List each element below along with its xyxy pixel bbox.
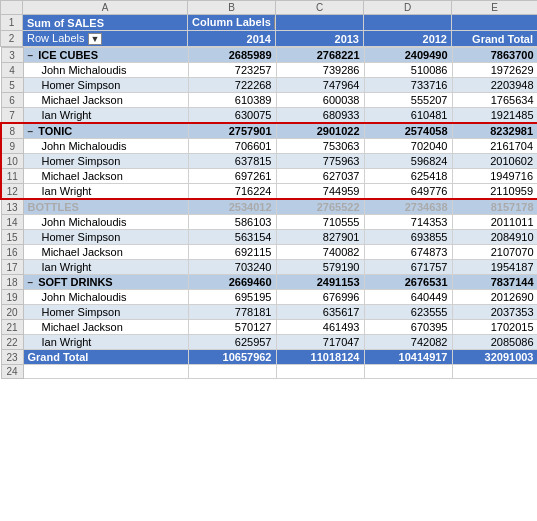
- row-label-cell: Ian Wright: [23, 335, 188, 350]
- label-text: TONIC: [38, 125, 72, 137]
- cell-total: 2161704: [452, 139, 537, 154]
- cell-total: 2085086: [452, 335, 537, 350]
- collapse-icon[interactable]: −: [28, 277, 37, 288]
- table-row: 7Ian Wright6300756809336104811921485: [1, 108, 537, 124]
- row-label-cell: Homer Simpson: [23, 305, 188, 320]
- cell-v2014: 570127: [188, 320, 276, 335]
- collapse-icon[interactable]: −: [28, 126, 37, 137]
- cell-v2012: 555207: [364, 93, 452, 108]
- cell-total: 1921485: [452, 108, 537, 124]
- cell-v2013: [276, 365, 364, 379]
- table-row: 19John Michaloudis6951956769966404492012…: [1, 290, 537, 305]
- cell-v2013: 2768221: [276, 48, 364, 63]
- cell-v2012: 610481: [364, 108, 452, 124]
- label-text: SOFT DRINKS: [38, 276, 113, 288]
- cell-v2014: 716224: [188, 184, 276, 200]
- cell-total: 2010602: [452, 154, 537, 169]
- row-label-cell: Homer Simpson: [23, 230, 188, 245]
- label-text: ICE CUBES: [38, 49, 98, 61]
- cell-v2013: 680933: [276, 108, 364, 124]
- cell-total: 2011011: [452, 215, 537, 230]
- row-num-23: 23: [1, 350, 23, 365]
- row-num-2: 2: [1, 31, 23, 47]
- cell-v2013: 11018124: [276, 350, 364, 365]
- cell-v2013: 744959: [276, 184, 364, 200]
- cell-v2013: 710555: [276, 215, 364, 230]
- corner-cell: [1, 1, 23, 15]
- label-text: Grand Total: [28, 351, 89, 363]
- row-num-20: 20: [1, 305, 23, 320]
- row-labels-cell[interactable]: Row Labels ▼: [23, 31, 188, 47]
- cell-v2013: 827901: [276, 230, 364, 245]
- cell-total: 1972629: [452, 63, 537, 78]
- row-num-22: 22: [1, 335, 23, 350]
- cell-total: 2012690: [452, 290, 537, 305]
- row1-d: [364, 15, 452, 31]
- row-label-cell: John Michaloudis: [23, 290, 188, 305]
- cell-v2014: [188, 365, 276, 379]
- cell-v2012: 10414917: [364, 350, 452, 365]
- cell-total: 7837144: [452, 275, 537, 290]
- cell-v2014: 703240: [188, 260, 276, 275]
- cell-v2013: 676996: [276, 290, 364, 305]
- row-num-7: 7: [1, 108, 23, 124]
- cell-v2012: 2409490: [364, 48, 452, 63]
- cell-v2014: 697261: [188, 169, 276, 184]
- row-num-14: 14: [1, 215, 23, 230]
- collapse-icon[interactable]: −: [28, 50, 37, 61]
- table-row: 3− ICE CUBES2685989276822124094907863700: [1, 48, 537, 63]
- table-row: 18− SOFT DRINKS2669460249115326765317837…: [1, 275, 537, 290]
- row-label-cell: Ian Wright: [23, 108, 188, 124]
- row-labels-text: Row Labels: [27, 32, 84, 44]
- cell-v2012: [364, 365, 452, 379]
- cell-v2012: 674873: [364, 245, 452, 260]
- cell-total: 2110959: [452, 184, 537, 200]
- cell-v2012: 596824: [364, 154, 452, 169]
- cell-total: [452, 365, 537, 379]
- cell-v2014: 2669460: [188, 275, 276, 290]
- cell-v2014: 2757901: [188, 123, 276, 139]
- row-num-13: 13: [1, 199, 23, 215]
- col-header-a: A: [23, 1, 188, 15]
- row-labels-dropdown[interactable]: ▼: [88, 33, 103, 45]
- row1-e: [452, 15, 538, 31]
- row-num-16: 16: [1, 245, 23, 260]
- cell-v2013: 753063: [276, 139, 364, 154]
- cell-v2014: 563154: [188, 230, 276, 245]
- cell-v2012: 649776: [364, 184, 452, 200]
- cell-v2012: 742082: [364, 335, 452, 350]
- row-num-24: 24: [1, 365, 23, 379]
- row-num-5: 5: [1, 78, 23, 93]
- row-num-3: 3: [1, 48, 23, 63]
- table-row: 5Homer Simpson7222687479647337162203948: [1, 78, 537, 93]
- cell-total: 1765634: [452, 93, 537, 108]
- row-label-cell: John Michaloudis: [23, 215, 188, 230]
- cell-total: 2107070: [452, 245, 537, 260]
- cell-v2013: 739286: [276, 63, 364, 78]
- cell-v2012: 670395: [364, 320, 452, 335]
- row-label-cell: − ICE CUBES: [23, 48, 188, 63]
- table-row: 13BOTTLES2534012276552227346388157178: [1, 199, 537, 215]
- cell-v2012: 2676531: [364, 275, 452, 290]
- cell-v2013: 461493: [276, 320, 364, 335]
- cell-total: 2037353: [452, 305, 537, 320]
- label-text: BOTTLES: [28, 201, 79, 213]
- table-row: 22Ian Wright6259577170477420822085086: [1, 335, 537, 350]
- cell-v2014: 625957: [188, 335, 276, 350]
- col-header-c: C: [276, 1, 364, 15]
- year-2014: 2014: [188, 31, 276, 47]
- cell-v2014: 2534012: [188, 199, 276, 215]
- cell-v2013: 740082: [276, 245, 364, 260]
- row-label-cell: − SOFT DRINKS: [23, 275, 188, 290]
- cell-v2013: 747964: [276, 78, 364, 93]
- row-2: 2 Row Labels ▼ 2014 2013 2012 Grand Tota…: [1, 31, 538, 47]
- row-label-cell: Homer Simpson: [23, 78, 188, 93]
- col-header-b: B: [188, 1, 276, 15]
- row-label-cell: [23, 365, 188, 379]
- row-num-18: 18: [1, 275, 23, 290]
- row-label-cell: Michael Jackson: [23, 320, 188, 335]
- cell-v2014: 695195: [188, 290, 276, 305]
- table-row: 21Michael Jackson57012746149367039517020…: [1, 320, 537, 335]
- cell-v2012: 714353: [364, 215, 452, 230]
- cell-v2014: 778181: [188, 305, 276, 320]
